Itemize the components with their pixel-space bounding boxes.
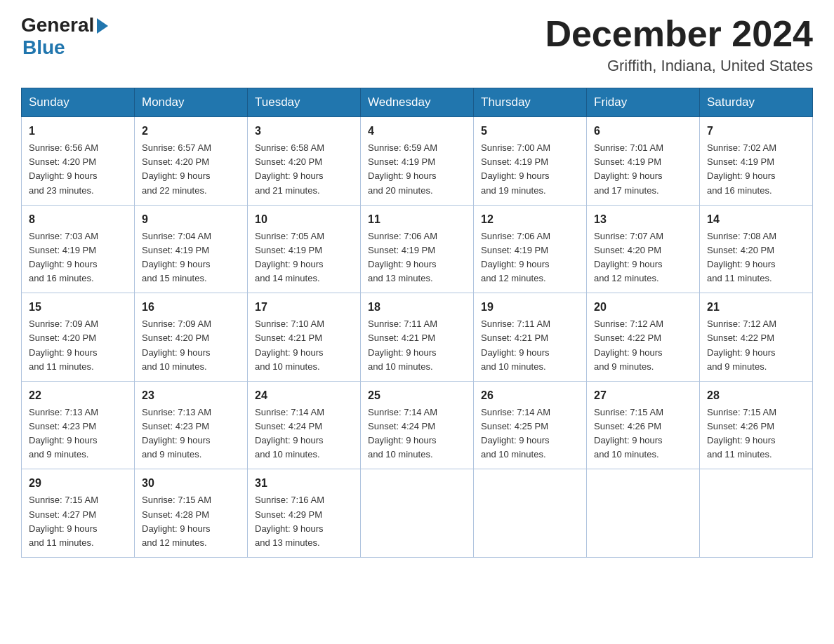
- day-number: 24: [255, 387, 353, 404]
- day-number: 2: [142, 123, 240, 140]
- weekday-monday: Monday: [135, 88, 248, 117]
- calendar-cell: 2Sunrise: 6:57 AMSunset: 4:20 PMDaylight…: [135, 117, 248, 206]
- day-info: Sunrise: 7:13 AMSunset: 4:23 PMDaylight:…: [142, 405, 240, 462]
- calendar-cell: 4Sunrise: 6:59 AMSunset: 4:19 PMDaylight…: [361, 117, 474, 206]
- calendar-cell: 11Sunrise: 7:06 AMSunset: 4:19 PMDayligh…: [361, 205, 474, 293]
- day-number: 10: [255, 211, 353, 228]
- weekday-sunday: Sunday: [22, 88, 135, 117]
- weekday-header-row: SundayMondayTuesdayWednesdayThursdayFrid…: [22, 88, 813, 117]
- day-info: Sunrise: 7:02 AMSunset: 4:19 PMDaylight:…: [707, 141, 805, 198]
- calendar-cell: [361, 469, 474, 558]
- calendar-cell: 23Sunrise: 7:13 AMSunset: 4:23 PMDayligh…: [135, 381, 248, 469]
- calendar-cell: 15Sunrise: 7:09 AMSunset: 4:20 PMDayligh…: [22, 293, 135, 382]
- day-info: Sunrise: 7:10 AMSunset: 4:21 PMDaylight:…: [255, 317, 353, 374]
- calendar-cell: 14Sunrise: 7:08 AMSunset: 4:20 PMDayligh…: [700, 205, 813, 293]
- calendar-cell: 20Sunrise: 7:12 AMSunset: 4:22 PMDayligh…: [587, 293, 700, 382]
- day-info: Sunrise: 7:01 AMSunset: 4:19 PMDaylight:…: [594, 141, 692, 198]
- calendar-cell: 3Sunrise: 6:58 AMSunset: 4:20 PMDaylight…: [248, 117, 361, 206]
- calendar-body: 1Sunrise: 6:56 AMSunset: 4:20 PMDaylight…: [22, 117, 813, 558]
- day-info: Sunrise: 7:12 AMSunset: 4:22 PMDaylight:…: [707, 317, 805, 374]
- calendar-week-row: 29Sunrise: 7:15 AMSunset: 4:27 PMDayligh…: [22, 469, 813, 558]
- day-number: 1: [29, 123, 127, 140]
- day-info: Sunrise: 7:11 AMSunset: 4:21 PMDaylight:…: [368, 317, 466, 374]
- calendar-week-row: 8Sunrise: 7:03 AMSunset: 4:19 PMDaylight…: [22, 205, 813, 293]
- day-info: Sunrise: 7:12 AMSunset: 4:22 PMDaylight:…: [594, 317, 692, 374]
- calendar-cell: 21Sunrise: 7:12 AMSunset: 4:22 PMDayligh…: [700, 293, 813, 382]
- calendar-cell: 28Sunrise: 7:15 AMSunset: 4:26 PMDayligh…: [700, 381, 813, 469]
- day-number: 11: [368, 211, 466, 228]
- logo-blue: Blue: [22, 36, 65, 59]
- calendar-cell: 18Sunrise: 7:11 AMSunset: 4:21 PMDayligh…: [361, 293, 474, 382]
- day-info: Sunrise: 7:09 AMSunset: 4:20 PMDaylight:…: [142, 317, 240, 374]
- calendar-week-row: 1Sunrise: 6:56 AMSunset: 4:20 PMDaylight…: [22, 117, 813, 206]
- day-number: 30: [142, 475, 240, 492]
- weekday-thursday: Thursday: [474, 88, 587, 117]
- calendar-cell: 7Sunrise: 7:02 AMSunset: 4:19 PMDaylight…: [700, 117, 813, 206]
- day-info: Sunrise: 6:59 AMSunset: 4:19 PMDaylight:…: [368, 141, 466, 198]
- calendar-cell: 27Sunrise: 7:15 AMSunset: 4:26 PMDayligh…: [587, 381, 700, 469]
- day-info: Sunrise: 7:15 AMSunset: 4:28 PMDaylight:…: [142, 493, 240, 550]
- day-number: 22: [29, 387, 127, 404]
- day-info: Sunrise: 6:56 AMSunset: 4:20 PMDaylight:…: [29, 141, 127, 198]
- calendar-cell: 19Sunrise: 7:11 AMSunset: 4:21 PMDayligh…: [474, 293, 587, 382]
- day-number: 6: [594, 123, 692, 140]
- weekday-wednesday: Wednesday: [361, 88, 474, 117]
- day-info: Sunrise: 6:58 AMSunset: 4:20 PMDaylight:…: [255, 141, 353, 198]
- day-info: Sunrise: 7:14 AMSunset: 4:24 PMDaylight:…: [368, 405, 466, 462]
- day-number: 20: [594, 299, 692, 316]
- day-info: Sunrise: 7:16 AMSunset: 4:29 PMDaylight:…: [255, 493, 353, 550]
- calendar-cell: [700, 469, 813, 558]
- calendar-week-row: 15Sunrise: 7:09 AMSunset: 4:20 PMDayligh…: [22, 293, 813, 382]
- day-number: 29: [29, 475, 127, 492]
- calendar-cell: 12Sunrise: 7:06 AMSunset: 4:19 PMDayligh…: [474, 205, 587, 293]
- calendar-header: SundayMondayTuesdayWednesdayThursdayFrid…: [22, 88, 813, 117]
- day-info: Sunrise: 7:13 AMSunset: 4:23 PMDaylight:…: [29, 405, 127, 462]
- weekday-friday: Friday: [587, 88, 700, 117]
- month-title: December 2024: [545, 14, 813, 54]
- calendar-cell: 1Sunrise: 6:56 AMSunset: 4:20 PMDaylight…: [22, 117, 135, 206]
- day-number: 23: [142, 387, 240, 404]
- calendar-cell: 8Sunrise: 7:03 AMSunset: 4:19 PMDaylight…: [22, 205, 135, 293]
- calendar-cell: 16Sunrise: 7:09 AMSunset: 4:20 PMDayligh…: [135, 293, 248, 382]
- weekday-saturday: Saturday: [700, 88, 813, 117]
- day-number: 7: [707, 123, 805, 140]
- day-info: Sunrise: 7:15 AMSunset: 4:27 PMDaylight:…: [29, 493, 127, 550]
- calendar-cell: 22Sunrise: 7:13 AMSunset: 4:23 PMDayligh…: [22, 381, 135, 469]
- day-number: 4: [368, 123, 466, 140]
- day-info: Sunrise: 7:15 AMSunset: 4:26 PMDaylight:…: [594, 405, 692, 462]
- calendar-cell: 17Sunrise: 7:10 AMSunset: 4:21 PMDayligh…: [248, 293, 361, 382]
- day-number: 8: [29, 211, 127, 228]
- day-number: 3: [255, 123, 353, 140]
- day-number: 21: [707, 299, 805, 316]
- logo: General Blue: [21, 14, 108, 59]
- calendar-cell: 26Sunrise: 7:14 AMSunset: 4:25 PMDayligh…: [474, 381, 587, 469]
- day-number: 19: [481, 299, 579, 316]
- calendar-week-row: 22Sunrise: 7:13 AMSunset: 4:23 PMDayligh…: [22, 381, 813, 469]
- day-number: 14: [707, 211, 805, 228]
- day-info: Sunrise: 6:57 AMSunset: 4:20 PMDaylight:…: [142, 141, 240, 198]
- logo-arrow-icon: [97, 18, 108, 34]
- day-info: Sunrise: 7:06 AMSunset: 4:19 PMDaylight:…: [368, 229, 466, 286]
- day-info: Sunrise: 7:04 AMSunset: 4:19 PMDaylight:…: [142, 229, 240, 286]
- calendar-cell: [474, 469, 587, 558]
- day-number: 12: [481, 211, 579, 228]
- day-number: 16: [142, 299, 240, 316]
- day-info: Sunrise: 7:14 AMSunset: 4:24 PMDaylight:…: [255, 405, 353, 462]
- calendar-cell: 9Sunrise: 7:04 AMSunset: 4:19 PMDaylight…: [135, 205, 248, 293]
- calendar-cell: 10Sunrise: 7:05 AMSunset: 4:19 PMDayligh…: [248, 205, 361, 293]
- calendar-cell: 6Sunrise: 7:01 AMSunset: 4:19 PMDaylight…: [587, 117, 700, 206]
- calendar-cell: 25Sunrise: 7:14 AMSunset: 4:24 PMDayligh…: [361, 381, 474, 469]
- calendar-cell: 30Sunrise: 7:15 AMSunset: 4:28 PMDayligh…: [135, 469, 248, 558]
- day-number: 17: [255, 299, 353, 316]
- day-number: 13: [594, 211, 692, 228]
- calendar-table: SundayMondayTuesdayWednesdayThursdayFrid…: [21, 88, 813, 558]
- calendar-cell: [587, 469, 700, 558]
- day-number: 31: [255, 475, 353, 492]
- day-info: Sunrise: 7:03 AMSunset: 4:19 PMDaylight:…: [29, 229, 127, 286]
- day-info: Sunrise: 7:14 AMSunset: 4:25 PMDaylight:…: [481, 405, 579, 462]
- calendar-cell: 31Sunrise: 7:16 AMSunset: 4:29 PMDayligh…: [248, 469, 361, 558]
- day-number: 26: [481, 387, 579, 404]
- calendar-cell: 24Sunrise: 7:14 AMSunset: 4:24 PMDayligh…: [248, 381, 361, 469]
- day-info: Sunrise: 7:00 AMSunset: 4:19 PMDaylight:…: [481, 141, 579, 198]
- day-number: 25: [368, 387, 466, 404]
